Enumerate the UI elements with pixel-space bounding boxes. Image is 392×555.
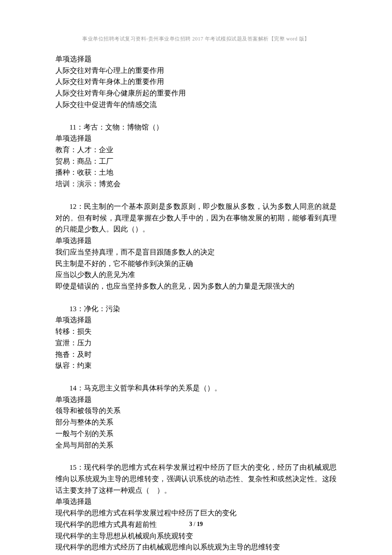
stem-text: 12：民主制的一个基本原则是多数原则，即少数服从多数，认为多数人同意的就是对的。… <box>55 202 337 233</box>
question-stem: 15：现代科学的思维方式在科学发展过程中经历了巨大的变化，经历了由机械观思维向以… <box>55 462 337 496</box>
text-line: 单项选择题 <box>55 235 337 247</box>
question-stem: 12：民主制的一个基本原则是多数原则，即少数服从多数，认为多数人同意的就是对的。… <box>55 201 337 235</box>
text-line: 部分与整体的关系 <box>55 417 337 428</box>
question-stem: 14：马克思主义哲学和具体科学的关系是（）。 <box>55 383 337 394</box>
stem-text: 15：现代科学的思维方式在科学发展过程中经历了巨大的变化，经历了由机械观思维向以… <box>55 463 337 494</box>
text-line: 全局与局部的关系 <box>55 440 337 451</box>
text-line: 民主制是不好的，它不能够作到决策的正确 <box>55 258 337 270</box>
text-line: 人际交往对青年身体上的重要作用 <box>55 76 337 88</box>
text-line: 教育：人才：企业 <box>55 145 337 156</box>
page-sep: / <box>192 521 197 527</box>
question-block: 13：净化：污染 单项选择题 转移：损失 宣泄：压力 拖沓：及时 纵容：约束 <box>55 304 337 372</box>
question-stem: 13：净化：污染 <box>55 304 337 315</box>
question-block: 15：现代科学的思维方式在科学发展过程中经历了巨大的变化，经历了由机械观思维向以… <box>55 462 337 553</box>
text-line: 拖沓：及时 <box>55 349 337 361</box>
page-header: 事业单位招聘考试复习资料-贵州事业单位招聘 2017 年考试模拟试题及答案解析【… <box>0 35 392 43</box>
text-line: 培训：演示：博览会 <box>55 179 337 190</box>
header-text: 事业单位招聘考试复习资料-贵州事业单位招聘 2017 年考试模拟试题及答案解析【… <box>82 36 310 42</box>
text-line: 现代科学的思维方式在科学发展过程中经历了巨大的变化 <box>55 508 337 519</box>
text-line: 单项选择题 <box>55 496 337 508</box>
text-line: 单项选择题 <box>55 394 337 406</box>
document-page: 事业单位招聘考试复习资料-贵州事业单位招聘 2017 年考试模拟试题及答案解析【… <box>0 0 392 555</box>
question-stem: 11：考古：文物：博物馆（） <box>55 122 337 133</box>
text-line: 现代科学的思维方式经历了由机械观思维向以系统观为主导的思维转变 <box>55 542 337 553</box>
question-block: 12：民主制的一个基本原则是多数原则，即少数服从多数，认为多数人同意的就是对的。… <box>55 201 337 292</box>
text-line: 人际交往中促进青年的情感交流 <box>55 99 337 111</box>
text-line: 即使是错误的，也应当坚持多数人的意见，因为多数人的力量是无限强大的 <box>55 281 337 292</box>
page-number-current: 3 <box>189 521 192 527</box>
page-number-total: 19 <box>197 521 203 527</box>
text-line: 我们应当坚持真理，而不是盲目跟随多数人的决定 <box>55 247 337 258</box>
content-area: 单项选择题 人际交往对青年心理上的重要作用 人际交往对青年身体上的重要作用 人际… <box>55 54 337 553</box>
text-line: 宣泄：压力 <box>55 338 337 349</box>
text-line: 人际交往对青年心理上的重要作用 <box>55 65 337 77</box>
text-line: 单项选择题 <box>55 54 337 65</box>
text-line: 应当以少数人的意见为准 <box>55 269 337 281</box>
text-line: 贸易：商品：工厂 <box>55 156 337 168</box>
text-line: 现代科学的主导思想从机械观向系统观转变 <box>55 531 337 542</box>
question-block: 11：考古：文物：博物馆（） 单项选择题 教育：人才：企业 贸易：商品：工厂 播… <box>55 122 337 190</box>
question-block: 14：马克思主义哲学和具体科学的关系是（）。 单项选择题 领导和被领导的关系 部… <box>55 383 337 451</box>
text-line: 领导和被领导的关系 <box>55 405 337 417</box>
text-line: 播种：收获：土地 <box>55 167 337 179</box>
page-footer: 3 / 19 <box>0 520 392 529</box>
text-line: 一般与个别的关系 <box>55 428 337 440</box>
question-block: 单项选择题 人际交往对青年心理上的重要作用 人际交往对青年身体上的重要作用 人际… <box>55 54 337 111</box>
text-line: 单项选择题 <box>55 133 337 145</box>
text-line: 人际交往对青年身心健康所起的重要作用 <box>55 88 337 99</box>
text-line: 转移：损失 <box>55 326 337 338</box>
text-line: 单项选择题 <box>55 315 337 326</box>
text-line: 纵容：约束 <box>55 360 337 372</box>
